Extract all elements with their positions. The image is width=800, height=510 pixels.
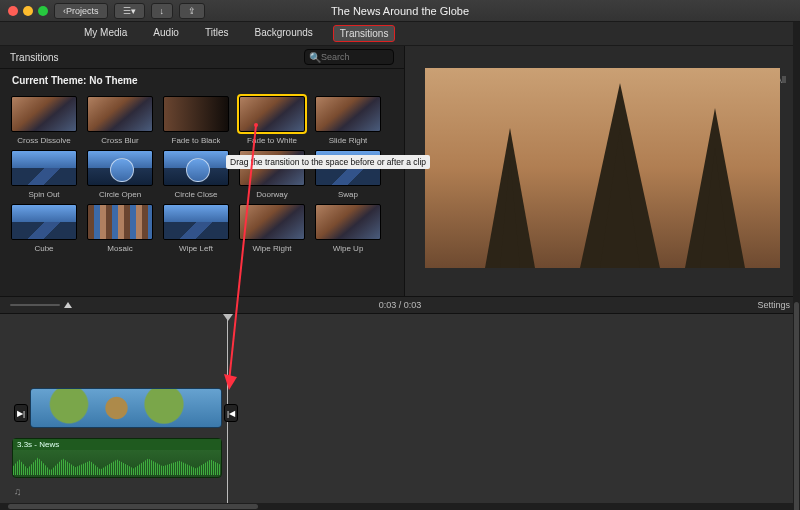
timeline[interactable]: ▶| |◀ 3.3s - News ♫ xyxy=(0,314,800,508)
transition-thumb-label: Fade to White xyxy=(247,136,297,146)
transition-thumb-image xyxy=(239,96,305,132)
zoom-slider[interactable] xyxy=(10,302,72,308)
tab-transitions[interactable]: Transitions xyxy=(333,25,396,42)
audio-clip[interactable]: 3.3s - News xyxy=(12,438,222,478)
minimize-window-button[interactable] xyxy=(23,6,33,16)
transition-thumb[interactable]: Cube xyxy=(10,204,78,254)
preview-frame-image xyxy=(425,68,780,268)
transition-thumb-image xyxy=(315,96,381,132)
timeline-settings-button[interactable]: Settings xyxy=(757,300,790,310)
library-list-button[interactable]: ☰▾ xyxy=(114,3,145,19)
transition-thumb-image xyxy=(87,96,153,132)
zoom-knob-icon[interactable] xyxy=(64,302,72,308)
transition-thumb-image xyxy=(239,204,305,240)
drag-tooltip: Drag the transition to the space before … xyxy=(226,155,430,169)
music-track-icon: ♫ xyxy=(14,486,22,497)
transition-thumb-image xyxy=(163,204,229,240)
transition-thumb[interactable]: Cross Blur xyxy=(86,96,154,146)
playhead-time: 0:03 / 0:03 xyxy=(379,300,422,310)
transition-thumb-label: Circle Open xyxy=(99,190,141,200)
audio-waveform xyxy=(13,453,221,475)
transition-thumb-image xyxy=(315,204,381,240)
transition-thumb-label: Fade to Black xyxy=(172,136,221,146)
close-window-button[interactable] xyxy=(8,6,18,16)
transition-thumb-label: Circle Close xyxy=(174,190,217,200)
transition-thumb-label: Cross Blur xyxy=(101,136,138,146)
preview-canvas[interactable] xyxy=(425,68,780,268)
transition-thumb[interactable]: Circle Close xyxy=(162,150,230,200)
transition-thumb-label: Slide Right xyxy=(329,136,368,146)
media-tabs: My Media Audio Titles Backgrounds Transi… xyxy=(0,22,800,46)
share-button[interactable]: ⇪ xyxy=(179,3,205,19)
projects-back-button[interactable]: ‹ Projects xyxy=(54,3,108,19)
transition-thumb[interactable]: Cross Dissolve xyxy=(10,96,78,146)
transition-thumb[interactable]: Slide Right xyxy=(314,96,382,146)
transition-thumb-label: Wipe Right xyxy=(252,244,291,254)
transition-thumb-label: Spin Out xyxy=(28,190,59,200)
transition-thumb-image xyxy=(11,96,77,132)
transition-thumb[interactable]: Circle Open xyxy=(86,150,154,200)
audio-clip-label: 3.3s - News xyxy=(13,439,221,450)
transition-thumb-image xyxy=(11,150,77,186)
tab-audio[interactable]: Audio xyxy=(147,25,185,42)
transition-thumb-label: Wipe Up xyxy=(333,244,364,254)
transition-marker-start[interactable]: ▶| xyxy=(14,404,28,422)
transitions-grid: Cross DissolveCross BlurFade to BlackFad… xyxy=(0,92,404,258)
window-controls xyxy=(8,6,48,16)
transition-thumb[interactable]: Wipe Right xyxy=(238,204,306,254)
transition-thumb-image xyxy=(87,150,153,186)
transition-thumb-image xyxy=(87,204,153,240)
tab-titles[interactable]: Titles xyxy=(199,25,235,42)
import-button[interactable]: ↓ xyxy=(151,3,174,19)
search-field-wrap[interactable]: 🔍 xyxy=(304,49,394,65)
search-input[interactable] xyxy=(321,52,381,62)
transition-thumb-image xyxy=(11,204,77,240)
transition-thumb-label: Mosaic xyxy=(107,244,132,254)
vertical-scrollbar[interactable] xyxy=(793,22,800,503)
preview-pane: ✧ ◐ ⊕ ▭ ▣ 🔊 ⫿ ⏱ ⧗ ⓘ Reset All xyxy=(405,46,800,296)
horizontal-scrollbar[interactable] xyxy=(0,503,800,510)
transition-thumb-label: Swap xyxy=(338,190,358,200)
tab-backgrounds[interactable]: Backgrounds xyxy=(248,25,318,42)
transition-thumb-label: Cross Dissolve xyxy=(17,136,70,146)
transition-thumb[interactable]: Wipe Left xyxy=(162,204,230,254)
video-clip[interactable] xyxy=(30,388,222,428)
transition-thumb[interactable]: Spin Out xyxy=(10,150,78,200)
search-icon: 🔍 xyxy=(309,52,321,63)
timeline-info-bar: 0:03 / 0:03 Settings xyxy=(0,296,800,314)
projects-label: Projects xyxy=(66,6,99,16)
transition-thumb[interactable]: Wipe Up xyxy=(314,204,382,254)
tab-my-media[interactable]: My Media xyxy=(78,25,133,42)
transition-thumb[interactable]: Fade to White xyxy=(238,96,306,146)
transition-marker-end[interactable]: |◀ xyxy=(224,404,238,422)
transition-thumb[interactable]: Fade to Black xyxy=(162,96,230,146)
transition-thumb[interactable]: Mosaic xyxy=(86,204,154,254)
transition-thumb-label: Doorway xyxy=(256,190,288,200)
transition-thumb-label: Cube xyxy=(34,244,53,254)
transitions-browser: Transitions 🔍 Current Theme: No Theme Cr… xyxy=(0,46,405,296)
theme-line: Current Theme: No Theme xyxy=(0,69,404,92)
transition-thumb-label: Wipe Left xyxy=(179,244,213,254)
transition-thumb-image xyxy=(163,96,229,132)
browser-heading: Transitions xyxy=(10,52,59,63)
transition-thumb-image xyxy=(163,150,229,186)
zoom-window-button[interactable] xyxy=(38,6,48,16)
titlebar: ‹ Projects ☰▾ ↓ The News Around the Glob… xyxy=(0,0,800,22)
